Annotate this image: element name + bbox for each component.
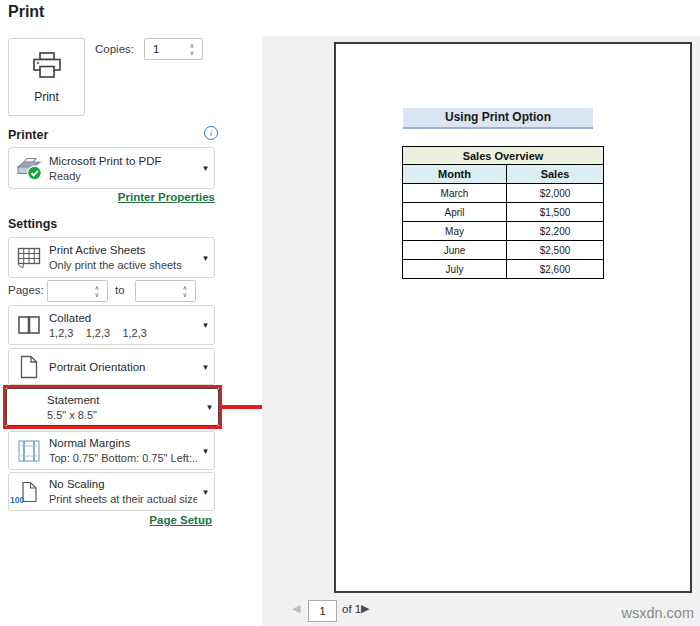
print-what-subtitle: Only print the active sheets	[49, 258, 197, 273]
table-row: July $2,600	[403, 260, 604, 279]
printer-status: Ready	[49, 169, 197, 184]
print-backstage-view: Print Print Copies: 1 ∧ ∨ Printer i	[0, 0, 700, 626]
scaling-100-label: 100	[10, 496, 24, 504]
spinner-up-icon[interactable]: ∧	[95, 284, 100, 291]
chevron-down-icon: ▾	[197, 362, 214, 372]
chevron-down-icon: ▾	[197, 487, 214, 497]
previous-page-icon[interactable]: ◀	[292, 602, 300, 615]
collated-icon	[9, 315, 49, 335]
paper-size-title: Statement	[47, 392, 201, 408]
table-row: Month Sales	[403, 165, 604, 184]
scaling-subtitle: Print sheets at their actual size	[49, 492, 197, 507]
margins-subtitle: Top: 0.75" Bottom: 0.75" Left:...	[49, 451, 197, 466]
cell-month: May	[403, 222, 507, 241]
next-page-icon[interactable]: ▶	[361, 602, 369, 615]
print-what-dropdown[interactable]: Print Active Sheets Only print the activ…	[8, 237, 215, 278]
margins-icon	[9, 439, 49, 463]
printer-icon	[30, 51, 64, 84]
table-row: March $2,000	[403, 184, 604, 203]
printer-ready-icon	[9, 155, 49, 181]
cell-month: June	[403, 241, 507, 260]
cell-sales: $2,000	[507, 184, 604, 203]
printer-properties-link[interactable]: Printer Properties	[118, 191, 215, 203]
orientation-title: Portrait Orientation	[49, 359, 197, 375]
spinner-down-icon[interactable]: ∨	[95, 291, 100, 298]
pages-label: Pages:	[8, 284, 44, 296]
portrait-page-icon	[9, 355, 49, 379]
collation-dropdown[interactable]: Collated 1,2,3 1,2,3 1,2,3 ▾	[8, 305, 215, 345]
chevron-down-icon: ▾	[197, 253, 214, 263]
cell-sales: $1,500	[507, 203, 604, 222]
spinner-up-icon[interactable]: ∧	[183, 284, 188, 291]
chevron-down-icon: ▾	[201, 402, 218, 412]
paper-size-subtitle: 5.5" x 8.5"	[47, 408, 201, 423]
chevron-down-icon: ▾	[197, 320, 214, 330]
table-header: Sales Overview	[403, 147, 604, 165]
paper-size-highlight-box: Statement 5.5" x 8.5" ▾	[3, 385, 222, 429]
spinner-down-icon[interactable]: ∨	[183, 291, 188, 298]
cell-month: March	[403, 184, 507, 203]
chevron-down-icon: ▾	[197, 163, 214, 173]
sales-table: Sales Overview Month Sales March $2,000 …	[402, 146, 604, 279]
page-count-label: of 1	[342, 603, 361, 615]
preview-page: Using Print Option Sales Overview Month …	[334, 42, 692, 593]
copies-stepper[interactable]: 1 ∧ ∨	[144, 38, 203, 60]
margins-title: Normal Margins	[49, 435, 197, 451]
orientation-dropdown[interactable]: Portrait Orientation ▾	[8, 348, 215, 385]
column-header-sales: Sales	[507, 165, 604, 184]
scaling-title: No Scaling	[49, 476, 197, 492]
page-title: Print	[8, 3, 44, 21]
page-setup-link[interactable]: Page Setup	[149, 514, 212, 526]
margins-dropdown[interactable]: Normal Margins Top: 0.75" Bottom: 0.75" …	[8, 431, 215, 470]
info-icon[interactable]: i	[204, 126, 218, 140]
spinner-arrows[interactable]: ∧ ∨	[89, 284, 107, 298]
cell-sales: $2,600	[507, 260, 604, 279]
current-page-input[interactable]: 1	[308, 600, 337, 622]
print-what-title: Print Active Sheets	[49, 242, 197, 258]
chevron-down-icon: ▾	[197, 446, 214, 456]
collation-title: Collated	[49, 310, 197, 326]
cell-sales: $2,200	[507, 222, 604, 241]
table-row: Sales Overview	[403, 147, 604, 165]
no-scaling-icon: 100	[9, 481, 49, 503]
active-sheets-icon	[9, 247, 49, 269]
watermark: wsxdn.com	[621, 605, 694, 621]
table-row: June $2,500	[403, 241, 604, 260]
print-button[interactable]: Print	[8, 38, 85, 116]
scaling-dropdown[interactable]: 100 No Scaling Print sheets at their act…	[8, 472, 215, 511]
pages-from-stepper[interactable]: ∧ ∨	[47, 280, 108, 302]
table-row: April $1,500	[403, 203, 604, 222]
spinner-down-icon[interactable]: ∨	[190, 49, 195, 56]
paper-size-dropdown[interactable]: Statement 5.5" x 8.5" ▾	[6, 388, 219, 426]
collation-subtitle: 1,2,3 1,2,3 1,2,3	[49, 326, 197, 341]
cell-month: July	[403, 260, 507, 279]
pages-to-label: to	[115, 284, 125, 296]
pages-to-stepper[interactable]: ∧ ∨	[135, 280, 196, 302]
printer-section-heading: Printer	[8, 128, 48, 142]
table-row: May $2,200	[403, 222, 604, 241]
spinner-arrows[interactable]: ∧ ∨	[184, 42, 202, 56]
column-header-month: Month	[403, 165, 507, 184]
print-preview-area: Using Print Option Sales Overview Month …	[262, 36, 700, 626]
settings-section-heading: Settings	[8, 217, 57, 231]
print-button-label: Print	[34, 90, 59, 104]
copies-label: Copies:	[95, 43, 134, 55]
cell-sales: $2,500	[507, 241, 604, 260]
printer-name: Microsoft Print to PDF	[49, 153, 197, 169]
printer-selector[interactable]: Microsoft Print to PDF Ready ▾	[8, 147, 215, 189]
cell-month: April	[403, 203, 507, 222]
copies-value: 1	[145, 43, 184, 55]
spinner-up-icon[interactable]: ∧	[190, 42, 195, 49]
sheet-title-banner: Using Print Option	[403, 108, 593, 129]
spinner-arrows[interactable]: ∧ ∨	[177, 284, 195, 298]
